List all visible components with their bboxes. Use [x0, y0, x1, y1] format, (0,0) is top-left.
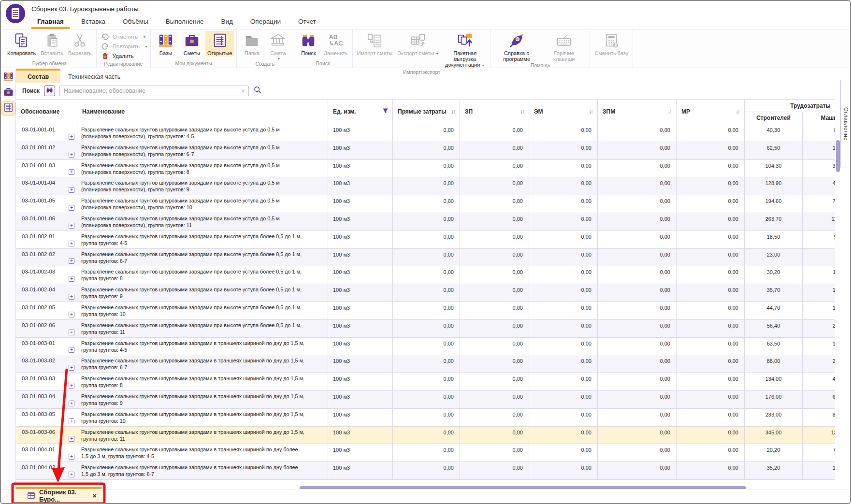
table-row[interactable]: 03-01-003-01+Разрыхление скальных грунто… [16, 338, 840, 356]
column-header-name[interactable]: Наименование [77, 100, 328, 124]
menu-tab[interactable]: Отчет [291, 15, 323, 29]
table-row[interactable]: 03-01-002-03+Разрыхление скальных грунто… [16, 266, 840, 284]
expand-row-button[interactable]: + [69, 347, 74, 353]
sort-icon[interactable]: ↓↑ [736, 109, 741, 115]
menu-tab[interactable]: Объёмы [115, 15, 156, 29]
document-tab[interactable]: Сборник 03. Буро... × [15, 487, 101, 502]
table-row[interactable]: 03-01-002-02+Разрыхление скальных грунто… [16, 249, 840, 267]
table-row[interactable]: 03-01-003-02+Разрыхление скальных грунто… [16, 355, 840, 373]
content-tab[interactable]: Состав [16, 69, 60, 83]
ribbon-button[interactable]: Вставить [39, 31, 65, 57]
sort-icon[interactable]: ↓↑ [668, 109, 673, 115]
sort-icon[interactable]: ↓↑ [520, 109, 525, 115]
expand-row-button[interactable]: + [69, 152, 74, 158]
close-tab-icon[interactable]: × [92, 491, 97, 500]
expand-row-button[interactable]: + [69, 365, 74, 371]
table-row[interactable]: 03-01-001-03+Разрыхление скальных грунто… [16, 160, 840, 178]
ribbon-button[interactable]: Удалить [99, 51, 134, 61]
ribbon-button[interactable]: Поиск [296, 31, 321, 57]
sort-icon[interactable]: ↓↑ [451, 109, 456, 115]
ribbon-button[interactable]: Сметы [179, 31, 204, 57]
expand-row-button[interactable]: + [69, 223, 74, 229]
ribbon-button[interactable]: Экспорт сметы▼ [395, 31, 441, 58]
table-row[interactable]: 03-01-003-06+Разрыхление скальных грунто… [16, 427, 840, 445]
table-row[interactable]: 03-01-004-02+Разрыхление скальных грунто… [16, 462, 840, 480]
menu-tab[interactable]: Главная [30, 15, 71, 29]
ribbon-button[interactable]: Смета▼ [265, 31, 290, 61]
column-header-builders[interactable]: Строителей [745, 112, 803, 124]
search-input[interactable] [60, 86, 248, 96]
table-row[interactable]: 03-01-003-03+Разрыхление скальных грунто… [16, 373, 840, 391]
sort-icon[interactable]: ↓↑ [589, 109, 594, 115]
table-row[interactable]: 03-01-001-02+Разрыхление скальных грунто… [16, 142, 840, 160]
ribbon-button[interactable]: Отменить▼ [99, 32, 146, 42]
expand-row-button[interactable]: + [69, 330, 74, 335]
chevron-down-icon[interactable]: ▼ [481, 64, 485, 67]
chevron-down-icon[interactable]: ▼ [143, 35, 146, 39]
sidebar-item-open-documents[interactable] [2, 102, 15, 115]
table-row[interactable]: 03-01-004-01+Разрыхление скальных грунто… [16, 444, 840, 462]
expand-row-button[interactable]: + [69, 454, 74, 460]
table-row[interactable]: 03-01-001-01+Разрыхление скальных грунто… [16, 124, 840, 142]
menu-tab[interactable]: Вставка [74, 15, 113, 29]
filter-funnel-icon[interactable] [382, 108, 389, 115]
ribbon-button[interactable]: Папка [239, 31, 264, 57]
expand-row-button[interactable]: + [69, 241, 74, 246]
expand-row-button[interactable]: + [69, 187, 74, 193]
vertical-scrollbar[interactable] [835, 99, 840, 480]
ribbon-button[interactable]: Копировать [5, 31, 38, 57]
ribbon-button[interactable]: Вырезать [66, 31, 94, 57]
column-header-em[interactable]: ЭМ↓↑ [529, 100, 598, 124]
run-search-button[interactable] [253, 86, 262, 96]
column-header-mr[interactable]: МР↓↑ [677, 100, 745, 124]
table-row[interactable]: 03-01-001-05+Разрыхление скальных грунто… [16, 195, 840, 213]
search-options-button[interactable] [44, 86, 55, 96]
expand-row-button[interactable]: + [69, 258, 74, 264]
menu-tab[interactable]: Вид [214, 15, 240, 29]
ribbon-button[interactable]: Повторить▼ [99, 42, 148, 51]
ribbon-button[interactable]: Базы [153, 31, 178, 57]
expand-row-button[interactable]: + [69, 134, 74, 140]
chevron-down-icon[interactable]: ▼ [277, 57, 280, 60]
column-header-direct-costs[interactable]: Прямые затраты↓↑ [393, 100, 460, 124]
expand-row-button[interactable]: + [69, 312, 74, 317]
table-row[interactable]: 03-01-002-05+Разрыхление скальных грунто… [16, 302, 840, 320]
table-row[interactable]: 03-01-001-04+Разрыхление скальных грунто… [16, 177, 840, 195]
table-row[interactable]: 03-01-003-04+Разрыхление скальных грунто… [16, 391, 840, 409]
expand-row-button[interactable]: + [69, 294, 74, 300]
table-row[interactable]: 03-01-002-04+Разрыхление скальных грунто… [16, 284, 840, 302]
expand-row-button[interactable]: + [69, 276, 74, 282]
chevron-down-icon[interactable]: ▼ [435, 52, 439, 56]
sidebar-item-estimates[interactable] [2, 86, 15, 100]
expand-row-button[interactable]: + [69, 383, 74, 389]
ribbon-button[interactable]: Импорт сметы [355, 31, 394, 57]
expand-row-button[interactable]: + [69, 169, 74, 175]
table-row[interactable]: 03-01-002-01+Разрыхление скальных грунто… [16, 231, 840, 249]
column-header-code[interactable]: Обоснование [16, 100, 77, 124]
ribbon-button[interactable]: Пакетная выгрузка документации▼ [442, 31, 488, 69]
ribbon-button[interactable]: Справка о программе [493, 31, 540, 62]
content-tab[interactable]: Техническая часть [60, 69, 128, 83]
ribbon-button[interactable]: AB↳ACЗаменить [322, 31, 349, 57]
vertical-scrollbar-thumb[interactable] [836, 140, 840, 172]
sidebar-item-bases[interactable] [2, 71, 15, 84]
table-row[interactable]: 03-01-003-05+Разрыхление скальных грунто… [16, 409, 840, 427]
expand-row-button[interactable]: + [69, 418, 74, 424]
expand-row-button[interactable]: + [69, 205, 74, 211]
toc-side-tab[interactable]: Оглавление [840, 80, 851, 168]
ribbon-button[interactable]: Горячие клавиши [541, 31, 587, 62]
column-header-zp[interactable]: ЗП↓↑ [460, 100, 529, 124]
expand-row-button[interactable]: + [69, 401, 74, 406]
menu-tab[interactable]: Операции [243, 15, 288, 29]
table-row[interactable]: 03-01-002-06+Разрыхление скальных грунто… [16, 320, 840, 338]
chevron-down-icon[interactable]: ▼ [144, 45, 148, 48]
clear-search-icon[interactable]: × [241, 87, 245, 95]
menu-tab[interactable]: Выполнение [159, 15, 211, 29]
ribbon-button[interactable]: Открытые [205, 31, 234, 57]
column-header-zpm[interactable]: ЗПМ↓↑ [598, 100, 677, 124]
expand-row-button[interactable]: + [69, 472, 74, 477]
expand-row-button[interactable]: + [69, 436, 74, 442]
column-header-unit[interactable]: Ед. изм. [328, 100, 393, 124]
table-row[interactable]: 03-01-001-06+Разрыхление скальных грунто… [16, 213, 840, 231]
ribbon-button[interactable]: Сменить базу [592, 31, 630, 57]
